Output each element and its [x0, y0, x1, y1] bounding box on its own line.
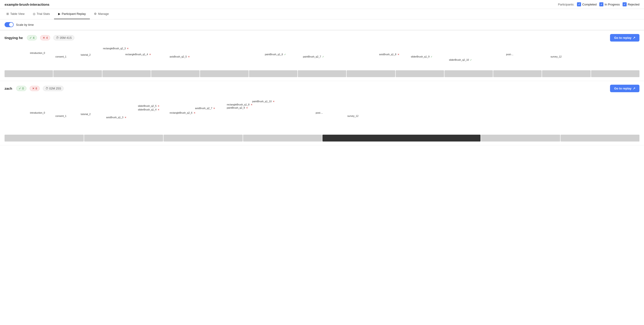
tab-participant-replay-label: Participant Replay	[62, 12, 86, 16]
correct-badge-1: ✓ 4	[27, 35, 37, 40]
bar-1-8	[347, 70, 395, 77]
incorrect-badge-2: ✕ 8	[30, 86, 40, 91]
cross-icon-2: ✕	[32, 87, 35, 90]
go-replay-label-2: Go to replay	[614, 87, 632, 90]
bar-2-6	[481, 135, 560, 142]
time-badge-2: ⏱ 02M 25S	[43, 86, 64, 91]
participant-replay-icon: ▶	[58, 12, 60, 16]
tl-label-post1: post-...	[506, 53, 513, 56]
external-link-icon-2: ↗	[633, 87, 635, 90]
tl-label-introduction: introduction_0	[30, 52, 45, 54]
in-progress-filter[interactable]: In Progress	[599, 2, 620, 7]
bar-1-2	[53, 70, 102, 77]
bar-2-1	[4, 135, 84, 142]
bar-1-12	[542, 70, 590, 77]
tl2-label-sliderq14: sliderBrush_q1_4 ✕	[138, 108, 160, 111]
incorrect-count-2: 8	[36, 87, 37, 90]
completed-checkbox[interactable]	[577, 2, 581, 7]
timeline-bars-1	[4, 70, 640, 77]
tl2-label-rectq18: rectangleBrush_q1_8 ✕	[227, 103, 252, 106]
tl2-label-axisq13: axisBrush_q1_3 ✕	[106, 116, 126, 119]
in-progress-label: In Progress	[604, 3, 620, 6]
timeline-1: introduction_0 consent_1 tutorial_2 rect…	[4, 45, 640, 77]
timeline-2: introduction_0 consent_1 tutorial_2 axis…	[4, 96, 640, 142]
participant-header-1: tingying he ✓ 4 ✕ 4 ⏱ 05M 41S Go to repl…	[4, 34, 640, 42]
rejected-checkbox[interactable]	[622, 2, 627, 7]
cross-icon-1: ✕	[43, 36, 45, 40]
bar-1-9	[396, 70, 444, 77]
tl2-label-sliderq25: sliderBrush_q2_5 ✕	[138, 105, 160, 107]
tl-label-paintq27: paintBrush_q2_7 ✓	[303, 55, 324, 58]
timeline-labels-1: introduction_0 consent_1 tutorial_2 rect…	[4, 45, 640, 70]
in-progress-checkbox[interactable]	[599, 2, 604, 7]
header: example-brush-interactions Participants:…	[0, 0, 644, 9]
clock-icon-1: ⏱	[56, 36, 59, 40]
external-link-icon-1: ↗	[633, 36, 635, 40]
tab-table-view-label: Table View	[10, 12, 25, 16]
bar-1-7	[298, 70, 346, 77]
go-to-replay-button-1[interactable]: Go to replay ↗	[610, 34, 640, 42]
checkmark-icon-2: ✓	[19, 87, 21, 90]
scale-by-time-toggle[interactable]	[4, 22, 14, 27]
tl2-label-paintq110: paintBrush_q1_10 ✕	[252, 100, 274, 103]
tl-label-axisq25: axisBrush_q2_5 ✕	[170, 55, 190, 58]
rejected-label: Rejected	[628, 3, 640, 6]
bar-1-5	[200, 70, 248, 77]
tab-trial-stats[interactable]: ◎ Trial Stats	[29, 9, 54, 19]
bar-1-3	[102, 70, 151, 77]
tl-label-axisq18: axisBrush_q1_8 ✕	[379, 53, 399, 56]
participant-name-2: zach	[4, 87, 12, 90]
participant-info-1: tingying he ✓ 4 ✕ 4 ⏱ 05M 41S	[4, 35, 74, 40]
participant-header-2: zach ✓ 0 ✕ 8 ⏱ 02M 25S Go to replay ↗	[4, 85, 640, 92]
tl2-label-axisq27: axisBrush_q2_7 ✕	[195, 107, 215, 110]
bar-1-6	[249, 70, 297, 77]
go-replay-label-1: Go to replay	[614, 36, 632, 40]
bar-1-4	[151, 70, 200, 77]
participant-section-1: tingying he ✓ 4 ✕ 4 ⏱ 05M 41S Go to repl…	[0, 30, 644, 81]
bar-2-2	[84, 135, 163, 142]
rejected-filter[interactable]: Rejected	[622, 2, 640, 7]
incorrect-count-1: 4	[46, 36, 48, 40]
timeline-labels-2: introduction_0 consent_1 tutorial_2 axis…	[4, 96, 640, 135]
participant-name-1: tingying he	[4, 36, 23, 40]
tab-table-view[interactable]: ⊞ Table View	[2, 9, 29, 19]
tl-label-tutorial2: tutorial_2	[81, 53, 90, 56]
bar-2-7	[560, 135, 640, 142]
tab-bar: ⊞ Table View ◎ Trial Stats ▶ Participant…	[0, 9, 644, 20]
participants-label: Participants:	[558, 3, 574, 6]
tl2-label-paintq29: paintBrush_q2_9 ✕	[227, 106, 248, 109]
trial-stats-icon: ◎	[33, 12, 35, 16]
incorrect-badge-1: ✕ 4	[40, 35, 50, 40]
tab-participant-replay[interactable]: ▶ Participant Replay	[54, 9, 90, 19]
scale-by-time-label: Scale by time	[16, 23, 34, 27]
tab-manage[interactable]: ⚙ Manage	[90, 9, 113, 19]
time-value-1: 05M 41S	[60, 36, 72, 40]
go-to-replay-button-2[interactable]: Go to replay ↗	[610, 85, 640, 92]
clock-icon-2: ⏱	[46, 87, 48, 90]
table-view-icon: ⊞	[6, 12, 9, 16]
tl-label-rectq14: rectangleBrush_q1_4 ✕	[125, 53, 151, 56]
bar-2-4	[243, 135, 322, 142]
tl-label-rectq23: rectangleBrush_q2_3 ✕	[103, 47, 129, 50]
tab-trial-stats-label: Trial Stats	[37, 12, 50, 16]
bar-1-11	[493, 70, 542, 77]
tl2-label-consent: consent_1	[56, 115, 66, 117]
tl-label-consent: consent_1	[56, 55, 66, 58]
correct-count-2: 0	[22, 87, 24, 90]
time-value-2: 02M 25S	[49, 87, 61, 90]
participants-filter: Participants: Completed In Progress Reje…	[558, 2, 640, 7]
manage-icon: ⚙	[94, 12, 97, 16]
completed-filter[interactable]: Completed	[577, 2, 596, 7]
tab-manage-label: Manage	[98, 12, 109, 16]
tl2-label-survey: survey_12	[347, 115, 358, 117]
bar-1-1	[4, 70, 53, 77]
correct-badge-2: ✓ 0	[16, 86, 26, 91]
participant-info-2: zach ✓ 0 ✕ 8 ⏱ 02M 25S	[4, 86, 64, 91]
tl-label-survey1: survey_12	[550, 55, 562, 58]
toolbar: Scale by time	[0, 20, 644, 30]
bar-2-5	[322, 135, 480, 142]
correct-count-1: 4	[33, 36, 34, 40]
checkmark-icon-1: ✓	[30, 36, 32, 40]
app-title: example-brush-interactions	[4, 3, 50, 7]
tl2-label-rectq26: rectangleBrush_q2_6 ✕	[170, 111, 196, 114]
